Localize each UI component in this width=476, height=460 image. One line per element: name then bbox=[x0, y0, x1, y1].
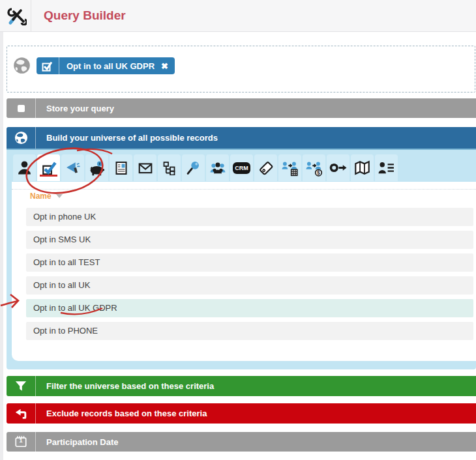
section-filter-label: Filter the universe based on these crite… bbox=[36, 376, 214, 396]
record-type-tabs: CRM bbox=[13, 154, 398, 181]
query-rows: Opt in phone UK Opt in SMS UK Opt in to … bbox=[26, 208, 473, 345]
section-filter-criteria[interactable]: Filter the universe based on these crite… bbox=[7, 376, 476, 396]
tag-icon bbox=[258, 160, 274, 176]
section-participation-label: Participation Date bbox=[36, 432, 119, 452]
selected-query-chip[interactable]: Opt in to all UK GDPR ✖ bbox=[37, 57, 175, 74]
square-icon bbox=[7, 98, 36, 118]
list-item[interactable]: Opt in phone UK bbox=[26, 208, 473, 226]
chip-remove-icon[interactable]: ✖ bbox=[160, 61, 175, 71]
column-header-name[interactable]: Name bbox=[30, 192, 63, 201]
checkbox-check-icon bbox=[42, 61, 53, 72]
tab-person-to-money[interactable]: $ bbox=[303, 154, 325, 181]
globe-white-icon bbox=[7, 127, 36, 149]
tab-envelope[interactable] bbox=[134, 154, 156, 181]
list-item-selected[interactable]: Opt in to all UK GDPR bbox=[26, 299, 473, 317]
svg-text:$: $ bbox=[317, 169, 320, 176]
header-divider bbox=[31, 0, 31, 31]
query-list-panel: Name Opt in phone UK Opt in SMS UK Opt i… bbox=[12, 182, 476, 361]
envelope-icon bbox=[138, 160, 153, 176]
section-exclude-criteria[interactable]: Exclude records based on these criteria bbox=[7, 403, 476, 424]
page-left-edge bbox=[0, 0, 3, 460]
list-item[interactable]: Opt in SMS UK bbox=[26, 231, 473, 249]
tab-person-to-table[interactable] bbox=[278, 154, 301, 181]
tab-person-list[interactable] bbox=[375, 154, 398, 181]
map-icon bbox=[354, 160, 370, 176]
person-icon bbox=[17, 160, 32, 175]
section-store-query[interactable]: Store your query bbox=[7, 98, 476, 118]
header-dotted-separator bbox=[12, 189, 476, 190]
section-exclude-label: Exclude records based on these criteria bbox=[36, 403, 207, 424]
list-item[interactable]: Opt in to PHONE bbox=[26, 322, 473, 340]
sort-arrow-icon[interactable] bbox=[56, 194, 63, 198]
globe-icon bbox=[13, 57, 31, 74]
exclude-undo-arrow-icon bbox=[7, 403, 36, 424]
tab-map[interactable] bbox=[351, 154, 374, 181]
filter-funnel-icon bbox=[7, 376, 36, 396]
search-icon bbox=[186, 160, 201, 175]
tab-crm[interactable]: CRM bbox=[230, 154, 253, 181]
hierarchy-icon bbox=[162, 161, 177, 175]
tab-hierarchy[interactable] bbox=[158, 154, 181, 181]
list-item[interactable]: Opt in to all UK bbox=[26, 276, 473, 295]
circle-arrow-icon bbox=[329, 160, 347, 175]
column-header-label: Name bbox=[30, 192, 52, 201]
active-tab-underline bbox=[40, 175, 57, 177]
list-item[interactable]: Opt in to all TEST bbox=[26, 253, 473, 272]
person-to-table-icon bbox=[282, 160, 299, 177]
person-list-icon bbox=[378, 160, 394, 175]
calendar-day-number: 1 bbox=[7, 437, 35, 444]
query-builder-app: Query Builder Opt in to all UK GDPR ✖ St… bbox=[0, 0, 476, 460]
audience-group-icon bbox=[210, 160, 226, 176]
tab-person[interactable] bbox=[13, 154, 36, 181]
page-title: Query Builder bbox=[44, 0, 126, 31]
tab-tag[interactable] bbox=[254, 154, 277, 181]
tab-audience-group[interactable] bbox=[206, 154, 229, 181]
opt-in-checkbox-icon bbox=[41, 160, 57, 176]
section-participation-date[interactable]: 1 Participation Date bbox=[7, 432, 476, 452]
tools-wrench-screwdriver-icon bbox=[7, 6, 27, 25]
tab-megaphone[interactable] bbox=[61, 154, 84, 181]
calendar-icon: 1 bbox=[7, 432, 36, 452]
section-build-label: Build your universe of all possible reco… bbox=[36, 127, 218, 149]
tab-search[interactable] bbox=[182, 154, 205, 181]
crm-badge-icon: CRM bbox=[233, 162, 250, 174]
tab-opt-in-checkbox[interactable] bbox=[37, 154, 60, 181]
tab-piggy-bank[interactable] bbox=[85, 154, 108, 181]
person-to-money-icon: $ bbox=[306, 160, 323, 177]
piggy-bank-icon bbox=[89, 160, 105, 176]
form-icon bbox=[114, 161, 128, 175]
section-build-universe[interactable]: Build your universe of all possible reco… bbox=[7, 127, 476, 149]
tab-form[interactable] bbox=[110, 154, 132, 181]
chip-label: Opt in to all UK GDPR bbox=[59, 61, 160, 71]
tab-circle-arrow[interactable] bbox=[327, 154, 350, 181]
universe-panel: CRM bbox=[7, 149, 476, 369]
section-store-label: Store your query bbox=[36, 98, 114, 118]
megaphone-icon bbox=[65, 160, 80, 175]
